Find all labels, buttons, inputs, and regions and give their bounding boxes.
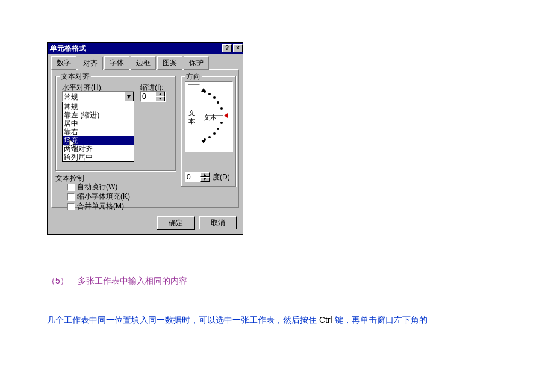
chevron-down-icon[interactable]: ▾	[124, 92, 134, 101]
dropdown-option[interactable]: 靠左 (缩进)	[63, 111, 134, 119]
degree-input[interactable]	[185, 172, 200, 182]
checkbox-wrap-text[interactable]: 自动换行(W)	[67, 182, 117, 192]
tab-number[interactable]: 数字	[51, 56, 76, 70]
dialog-title-bar[interactable]: 单元格格式 ? ×	[48, 43, 243, 54]
tabstrip: 数字 对齐 字体 边框 图案 保护	[51, 56, 239, 70]
svg-point-10	[208, 136, 211, 138]
text-body-2: 键，再单击窗口左下角的	[335, 315, 428, 325]
svg-point-2	[208, 93, 211, 95]
svg-point-8	[217, 128, 219, 130]
tab-pattern[interactable]: 图案	[157, 56, 182, 70]
alignment-panel: 文本对齐 水平对齐(H): 缩进(I): 常规 ▾ 常规 靠左 (缩进) 居中 …	[51, 69, 239, 208]
orientation-vertical-button[interactable]: 文本	[188, 84, 200, 149]
checkbox-label: 缩小字体填充(K)	[77, 191, 130, 202]
orientation-dial-label: 文本	[204, 113, 217, 122]
svg-point-3	[213, 96, 216, 99]
group-direction-label: 方向	[185, 72, 202, 82]
svg-marker-13	[201, 140, 206, 143]
svg-point-4	[217, 101, 219, 104]
dropdown-option[interactable]: 靠右	[63, 128, 134, 136]
help-icon[interactable]: ?	[222, 44, 232, 52]
checkbox-icon[interactable]	[67, 203, 75, 210]
article-body: （5） 多张工作表中输入相同的内容 几个工作表中同一位置填入同一数据时，可以选中…	[47, 273, 507, 328]
svg-marker-0	[69, 139, 75, 148]
tab-alignment[interactable]: 对齐	[78, 57, 103, 70]
horizontal-align-dropdown[interactable]: 常规 靠左 (缩进) 居中 靠右 填充 两端对齐 跨列居中	[62, 102, 134, 162]
dropdown-option[interactable]: 居中	[63, 119, 134, 128]
combo-value: 常规	[63, 92, 124, 101]
indent-input[interactable]	[141, 92, 155, 101]
svg-point-5	[220, 107, 223, 110]
svg-marker-12	[201, 88, 206, 92]
checkbox-shrink-to-fit[interactable]: 缩小字体填充(K)	[67, 191, 130, 202]
text-item-number: （5）	[47, 276, 69, 285]
group-text-align-label: 文本对齐	[60, 72, 91, 82]
checkbox-icon[interactable]	[67, 193, 75, 201]
cancel-button[interactable]: 取消	[199, 216, 237, 229]
close-icon[interactable]: ×	[233, 44, 243, 52]
text-item-title: 多张工作表中输入相同的内容	[78, 276, 187, 285]
orientation-control[interactable]: 文本	[185, 81, 233, 152]
tab-border[interactable]: 边框	[131, 56, 156, 70]
svg-marker-6	[224, 113, 228, 118]
text-body-1: 几个工作表中同一位置填入同一数据时，可以选中一张工作表，然后按住	[47, 315, 317, 325]
dropdown-option[interactable]: 常规	[63, 102, 134, 111]
horizontal-align-combo[interactable]: 常规 ▾	[62, 91, 134, 102]
svg-point-7	[220, 122, 223, 124]
mouse-cursor-icon	[69, 139, 76, 151]
checkbox-label: 合并单元格(M)	[77, 201, 124, 211]
tab-font[interactable]: 字体	[104, 56, 129, 70]
indent-spinner[interactable]: ▴ ▾	[140, 91, 166, 102]
group-text-align: 文本对齐 水平对齐(H): 缩进(I): 常规 ▾ 常规 靠左 (缩进) 居中 …	[55, 76, 176, 171]
text-ctrl-key: Ctrl	[317, 315, 335, 325]
checkbox-icon[interactable]	[67, 184, 75, 191]
dropdown-option[interactable]: 跨列居中	[63, 153, 134, 161]
tab-protect[interactable]: 保护	[184, 56, 209, 70]
checkbox-merge-cells[interactable]: 合并单元格(M)	[67, 201, 124, 211]
degree-spinner[interactable]: ▴ ▾	[185, 172, 210, 182]
spin-down-icon[interactable]: ▾	[200, 177, 210, 182]
group-direction: 方向 文本	[181, 76, 236, 187]
cell-format-dialog: 单元格格式 ? × 数字 对齐 字体 边框 图案 保护 文本对齐 水平对齐(H)…	[47, 42, 243, 235]
ok-button[interactable]: 确定	[157, 216, 195, 229]
dialog-title: 单元格格式	[50, 43, 86, 54]
svg-point-9	[213, 132, 216, 135]
label-degrees: 度(D)	[213, 172, 230, 182]
spin-down-icon[interactable]: ▾	[155, 96, 165, 101]
checkbox-label: 自动换行(W)	[77, 182, 117, 192]
orientation-dial[interactable]: 文本	[200, 82, 232, 152]
orientation-vertical-text: 文本	[188, 108, 199, 125]
